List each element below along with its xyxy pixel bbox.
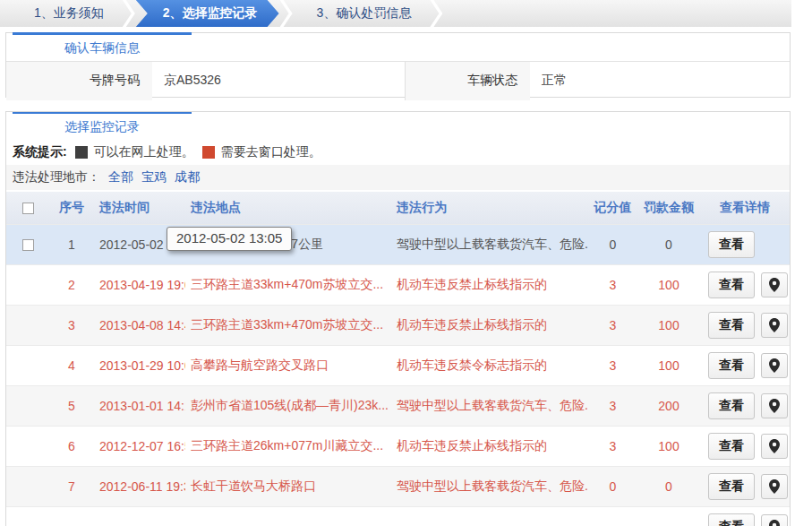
online-tip-text: 可以在网上处理。 [94,144,194,160]
view-button[interactable]: 查看 [708,231,755,258]
time-cell: 2013-04-19 19:05 [94,278,185,292]
select-all-checkbox[interactable] [22,203,34,214]
map-pin-icon [769,318,780,332]
table-row: 42013-01-29 10:00高攀路与航空路交叉路口机动车违反禁令标志指示的… [6,345,790,385]
seq-cell: 7 [49,479,94,494]
window-tip-text: 需要去窗口处理。 [221,144,321,160]
table-row: 22013-04-19 19:05三环路主道33km+470m苏坡立交...机动… [6,264,790,305]
detail-cell: 查看 [700,392,790,419]
city-filter-baoji[interactable]: 宝鸡 [141,169,167,185]
time-cell: 2012-06-11 19:35 [94,479,185,494]
table-row: 62012-12-07 16:58三环路主道26km+077m川藏立交...机动… [6,426,790,466]
violation-processing-page: 1、业务须知 2、选择监控记录 3、确认处罚信息 确认车辆信息 号牌号码 京AB… [0,0,812,526]
behavior-cell: 机动车违反禁令标志指示的 [391,358,588,374]
table-row: 查看 [6,506,790,526]
map-pin-button[interactable] [761,272,788,297]
map-pin-button[interactable] [761,313,788,338]
step-tab-select-records[interactable]: 2、选择监控记录 [136,0,279,27]
map-pin-button[interactable] [761,474,788,499]
detail-cell: 查看 [700,272,790,298]
map-pin-icon [769,399,780,413]
location-cell: 长虹干道饮马大桥路口 [185,479,391,495]
time-cell: 2013-01-01 14:16 [94,399,185,413]
records-section-title: 选择监控记录 [13,111,192,140]
detail-cell: 查看 [700,231,790,258]
behavior-cell: 驾驶中型以上载客载货汽车、危险... [391,398,588,414]
view-button[interactable]: 查看 [708,433,755,460]
fine-cell: 0 [637,237,700,252]
time-cell: 2013-04-08 14:48 [94,318,185,332]
table-row: 32013-04-08 14:48三环路主道33km+470m苏坡立交...机动… [6,305,790,345]
behavior-cell: 驾驶中型以上载客载货汽车、危险... [391,237,588,253]
row-checkbox[interactable] [22,239,34,251]
time-cell: 2012-12-07 16:58 [94,439,185,453]
row-checkbox-cell [6,239,49,251]
table-row: 52013-01-01 14:16彭州市省道105线(成都—青川)23k...驾… [6,385,790,426]
col-time-header: 违法时间 [94,200,185,216]
city-filter-bar: 违法处理地市： 全部 宝鸡 成都 [6,165,790,190]
plate-number-value: 京AB5326 [152,62,405,100]
seq-cell: 5 [49,399,94,413]
vehicle-info-form-row: 号牌号码 京AB5326 车辆状态 正常 [6,61,790,100]
map-pin-button[interactable] [761,434,788,459]
view-button[interactable]: 查看 [708,513,755,526]
points-cell: 3 [588,278,637,292]
col-seq-header: 序号 [49,200,94,216]
fine-cell: 100 [637,278,700,292]
step-label: 2、选择监控记录 [163,5,258,22]
map-pin-button[interactable] [761,514,788,526]
seq-cell: 2 [49,278,94,292]
detail-cell: 查看 [700,312,790,339]
seq-cell: 1 [49,237,94,252]
points-cell: 3 [588,439,637,453]
location-cell: 三环路主道33km+470m苏坡立交... [185,277,391,293]
view-button[interactable]: 查看 [708,312,755,339]
view-button[interactable]: 查看 [708,352,755,379]
table-row: 72012-06-11 19:35长虹干道饮马大桥路口驾驶中型以上载客载货汽车、… [6,466,790,506]
points-cell: 3 [588,358,637,373]
points-cell: 3 [588,318,637,332]
vehicle-status-label: 车辆状态 [405,62,530,100]
points-cell: 0 [588,237,637,252]
system-tips: 系统提示: 可以在网上处理。 需要去窗口处理。 [6,140,790,165]
location-cell: 彭州市省道105线(成都—青川)23k... [185,398,391,414]
points-cell: 0 [588,479,637,494]
view-button[interactable]: 查看 [708,473,755,500]
behavior-cell: 驾驶中型以上载客载货汽车、危险... [391,479,588,495]
col-fine-header: 罚款金额 [637,200,700,216]
map-pin-button[interactable] [761,353,788,378]
map-pin-button[interactable] [761,393,788,418]
map-pin-icon [769,479,780,494]
records-panel: 选择监控记录 系统提示: 可以在网上处理。 需要去窗口处理。 违法处理地市： 全… [5,111,791,526]
city-filter-label: 违法处理地市： [13,169,100,185]
time-tooltip: 2012-05-02 13:05 [167,227,292,251]
fine-cell: 100 [637,318,700,332]
detail-cell: 查看 [700,473,790,500]
fine-cell: 0 [637,479,700,494]
fine-cell: 200 [637,399,700,413]
seq-cell: 6 [49,439,94,453]
behavior-cell: 机动车违反禁止标线指示的 [391,317,588,333]
step-arrow-separator-icon [123,0,135,27]
time-cell: 2013-01-29 10:00 [94,358,185,373]
behavior-cell: 机动车违反禁止标线指示的 [391,277,588,293]
points-cell: 3 [588,399,637,413]
city-filter-chengdu[interactable]: 成都 [175,169,200,185]
step-tab-business-notice[interactable]: 1、业务须知 [0,0,122,27]
map-pin-icon [769,520,780,526]
fine-cell: 100 [637,439,700,453]
records-table-body: 12012-05-02 12157公里驾驶中型以上载客载货汽车、危险...00查… [6,224,790,526]
online-legend-square-icon [75,146,88,159]
step-label: 3、确认处罚信息 [317,5,412,22]
step-arrow-separator-icon [280,0,293,27]
city-filter-all[interactable]: 全部 [108,169,133,185]
step-tab-confirm-penalty[interactable]: 3、确认处罚信息 [294,0,430,27]
window-legend-square-icon [202,146,215,159]
detail-cell: 查看 [700,352,790,379]
seq-cell: 3 [49,318,94,332]
col-points-header: 记分值 [588,200,637,216]
view-button[interactable]: 查看 [708,392,755,419]
vehicle-info-section-title: 确认车辆信息 [13,32,192,61]
view-button[interactable]: 查看 [708,272,755,298]
fine-cell: 100 [637,358,700,373]
